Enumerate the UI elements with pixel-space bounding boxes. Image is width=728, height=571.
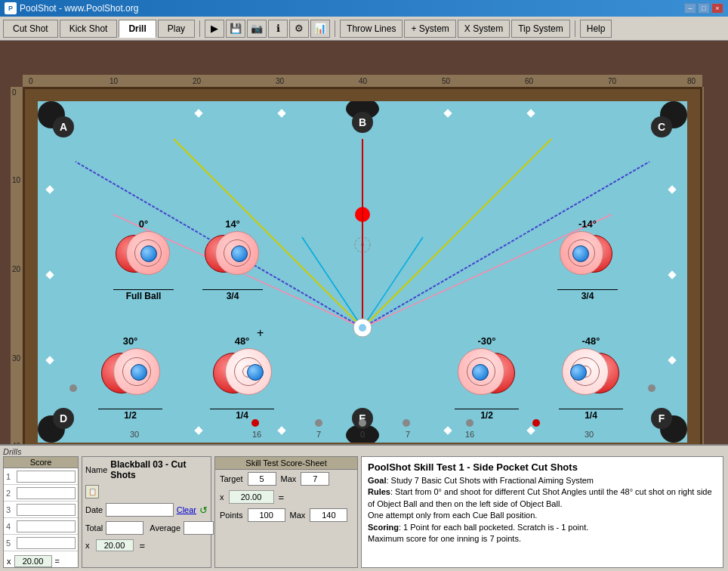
app-icon: P — [5, 2, 17, 14]
ball-group-neg14deg: -14° 3/4 — [557, 218, 618, 301]
tip-system-button[interactable]: Tip System — [511, 20, 570, 38]
tab-kick-shot[interactable]: Kick Shot — [60, 20, 118, 38]
svg-point-16 — [352, 408, 373, 429]
name-label: Name — [85, 465, 107, 474]
score-row-2: 2 — [4, 485, 78, 502]
svg-rect-31 — [668, 356, 676, 364]
svg-line-36 — [362, 139, 551, 328]
score-header: Score — [4, 457, 78, 468]
plus-system-button[interactable]: + System — [404, 20, 455, 38]
date-label: Date — [85, 505, 103, 514]
multiplier-input[interactable]: 20.00 — [14, 555, 52, 567]
drill-label: Drills — [3, 447, 21, 456]
svg-point-33 — [361, 243, 364, 246]
chart-button[interactable]: 📊 — [310, 20, 330, 38]
score-input-2[interactable] — [17, 487, 76, 499]
total-input[interactable] — [106, 521, 143, 535]
close-button[interactable]: × — [711, 3, 723, 14]
drill-name: Blackball 03 - CutShots — [110, 459, 208, 480]
ball-group-neg30deg: -30° 1/2 — [455, 335, 519, 421]
name-row: Name Blackball 03 - CutShots — [82, 457, 211, 483]
ball-group-14deg: 14° 3/4 — [202, 218, 263, 301]
info-max: Maximum score for one inning is 7 points… — [368, 533, 717, 545]
points-max-input[interactable] — [310, 508, 347, 522]
play-button[interactable]: ▶ — [205, 20, 224, 38]
icon-row: 📋 — [82, 483, 211, 501]
svg-text:F: F — [659, 412, 665, 424]
refresh-icon[interactable]: ↺ — [199, 505, 208, 516]
points-row: Points Max — [215, 506, 357, 524]
score-input-4[interactable] — [17, 520, 76, 532]
tab-cut-shot[interactable]: Cut Shot — [3, 20, 58, 38]
average-label: Average — [150, 523, 180, 532]
score-row-4: 4 — [4, 518, 78, 535]
info-title: PoolShot Skill Test 1 - Side Pocket Cut … — [368, 461, 717, 473]
target-input[interactable] — [248, 472, 276, 486]
svg-text:30: 30 — [585, 430, 594, 439]
svg-rect-19 — [277, 109, 285, 117]
settings-button[interactable]: ⚙ — [289, 20, 309, 38]
skill-header: Skill Test Score-Sheet — [215, 457, 357, 470]
svg-text:7: 7 — [406, 430, 410, 439]
drill-icon[interactable]: 📋 — [85, 485, 99, 498]
tab-play[interactable]: Play — [158, 20, 195, 38]
max-input[interactable] — [301, 472, 329, 486]
score-input-1[interactable] — [17, 471, 76, 483]
svg-rect-30 — [668, 270, 676, 279]
date-row: Date Clear ↺ — [82, 501, 211, 519]
maximize-button[interactable]: □ — [698, 3, 710, 14]
clear-button[interactable]: Clear — [177, 505, 196, 514]
total-label: Total — [85, 523, 103, 532]
target-row: Target Max — [215, 470, 357, 488]
svg-point-34 — [355, 207, 370, 222]
svg-point-44 — [353, 319, 372, 337]
score-panel: Score 1 2 3 4 5 x 20.00 = — [3, 456, 79, 568]
svg-point-8 — [651, 116, 672, 137]
svg-point-6 — [53, 116, 74, 137]
help-button[interactable]: Help — [580, 20, 612, 38]
svg-point-3 — [660, 415, 687, 443]
ruler-left: 0 10 20 30 40 — [11, 87, 23, 455]
ball-group-30deg: 30° 1/2 — [98, 335, 162, 421]
window-title: PoolShot - www.PoolShot.org — [20, 3, 138, 14]
info-button[interactable]: ℹ — [268, 20, 288, 38]
svg-rect-27 — [45, 270, 54, 279]
info-goal: Goal: Study 7 Basic Cut Shots with Fract… — [368, 475, 717, 486]
svg-text:30: 30 — [130, 430, 139, 439]
score-row-5: 5 — [4, 535, 78, 551]
svg-rect-29 — [668, 185, 676, 193]
screenshot-button[interactable]: 📷 — [247, 20, 267, 38]
total-row-name: Total Average — [82, 519, 211, 537]
svg-text:7: 7 — [316, 430, 321, 439]
svg-point-48 — [315, 419, 322, 427]
points-input[interactable] — [248, 508, 285, 522]
tab-drill[interactable]: Drill — [119, 20, 156, 38]
svg-point-0 — [38, 101, 65, 128]
x-system-button[interactable]: X System — [458, 20, 510, 38]
multiplier-row: x 20.00 = — [82, 537, 211, 554]
multiplier-skill-row: x 20.00 = — [215, 488, 357, 506]
title-bar: P PoolShot - www.PoolShot.org – □ × — [0, 0, 728, 17]
info-attempt: One attempt only from each Cue Ball posi… — [368, 510, 717, 521]
score-row-3: 3 — [4, 502, 78, 518]
throw-lines-button[interactable]: Throw Lines — [340, 20, 403, 38]
table-felt[interactable]: A C B D F E — [38, 101, 687, 443]
svg-text:E: E — [359, 412, 366, 424]
svg-rect-21 — [526, 109, 535, 117]
name-multiplier[interactable]: 20.00 — [96, 539, 134, 551]
score-input-5[interactable] — [17, 537, 76, 549]
date-input[interactable] — [106, 503, 173, 517]
svg-point-2 — [38, 415, 65, 443]
skill-multiplier[interactable]: 20.00 — [229, 490, 274, 504]
pool-table-container: 0 10 20 30 40 50 60 70 80 0 10 20 30 40 … — [0, 41, 728, 479]
target-label: Target — [220, 474, 243, 483]
svg-text:16: 16 — [252, 430, 261, 439]
minimize-button[interactable]: – — [684, 3, 696, 14]
skill-test-panel: Skill Test Score-Sheet Target Max x 20.0… — [214, 456, 358, 568]
svg-rect-26 — [45, 185, 54, 193]
save-button[interactable]: 💾 — [226, 20, 245, 38]
svg-text:A: A — [60, 121, 67, 133]
svg-rect-22 — [194, 426, 202, 434]
average-input[interactable] — [184, 521, 214, 535]
score-input-3[interactable] — [17, 504, 76, 516]
